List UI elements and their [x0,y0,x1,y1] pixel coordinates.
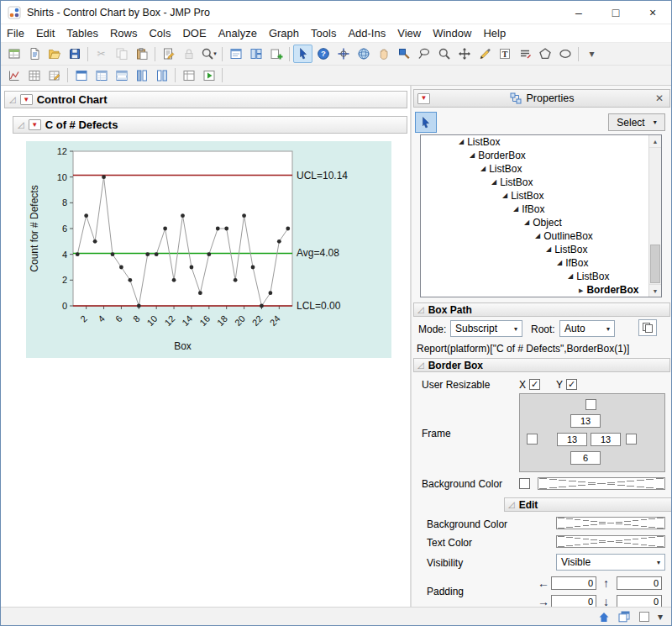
edit-header[interactable]: ◿ Edit [504,497,672,512]
padding-top-field[interactable]: 0 [617,576,662,590]
annotate-tool-button[interactable] [515,45,534,63]
tree-expanded-icon[interactable]: ◢ [535,233,540,239]
home-up-button[interactable] [597,610,611,623]
scroll-up-icon[interactable]: ▲ [649,135,661,148]
tree-expanded-icon[interactable]: ◢ [568,273,573,280]
new-window-button[interactable] [71,66,91,85]
box-path-header[interactable]: ◿ Box Path [413,302,670,317]
grid-button[interactable] [24,66,44,85]
tree-expanded-icon[interactable]: ◢ [470,152,475,159]
x-resizable-checkbox[interactable]: ✓ [529,379,540,390]
menu-file[interactable]: File [1,24,30,42]
caret-down-button[interactable]: ▾ [658,612,663,622]
background-color-none-button[interactable] [538,477,665,490]
tree-item-listbox[interactable]: ◢ListBox [421,135,661,149]
magnifier-tool-button[interactable] [434,45,454,63]
oval-tool-button[interactable] [555,45,575,63]
menu-help[interactable]: Help [477,24,512,42]
frame-left-field[interactable]: 13 [557,433,587,446]
edit-background-color-none-button[interactable] [556,517,665,529]
tree-item-listbox[interactable]: ◢ListBox [421,243,661,256]
polygon-tool-button[interactable] [535,45,554,63]
arrow-tool-button[interactable] [293,45,312,63]
tree-expanded-icon[interactable]: ◢ [513,206,518,213]
tree-item-outlinebox[interactable]: ◢OutlineBox [421,229,661,243]
save-button[interactable] [65,45,84,63]
new-data-table-button[interactable] [4,45,24,63]
frame-bottom-field[interactable]: 6 [570,451,601,465]
menu-addins[interactable]: Add-Ins [342,24,391,42]
red-triangle-menu-button[interactable]: ▼ [29,119,41,130]
text-color-none-button[interactable] [556,535,665,548]
frame-left-checkbox[interactable] [527,434,538,445]
minimize-button[interactable]: – [560,1,597,24]
close-icon[interactable]: ✕ [653,92,666,104]
journal-button[interactable] [179,66,198,85]
close-button[interactable]: × [634,1,671,24]
menu-tables[interactable]: Tables [60,24,104,42]
subset-button[interactable] [112,66,131,85]
tree-expanded-icon[interactable]: ◢ [459,139,464,145]
new-script-button[interactable] [24,45,44,63]
sort-columns-button[interactable] [132,66,151,85]
scrollbar-thumb[interactable] [650,245,660,283]
menu-analyze[interactable]: Analyze [213,24,263,42]
tree-expanded-icon[interactable]: ◢ [480,166,486,172]
search-button[interactable]: ▾ [199,45,218,63]
menu-rows[interactable]: Rows [104,24,144,42]
disclosure-open-icon[interactable]: ◿ [18,121,24,129]
disclosure-open-icon[interactable]: ◿ [508,501,515,509]
tree-expanded-icon[interactable]: ◢ [546,246,551,253]
tree-item-ifbox[interactable]: ◢IfBox [421,203,661,216]
disclosure-open-icon[interactable]: ◿ [9,96,16,104]
open-button[interactable] [45,45,64,63]
edit-cells-button[interactable] [45,66,64,85]
red-triangle-menu-button[interactable]: ▼ [20,94,33,105]
maximize-button[interactable]: □ [597,1,634,24]
tree-collapsed-icon[interactable]: ▶ [579,287,583,293]
tree-item-ifbox[interactable]: ◢IfBox [421,256,661,270]
tree-scrollbar[interactable]: ▲ ▼ [648,135,661,297]
frame-top-field[interactable]: 13 [570,414,601,428]
control-chart-plot[interactable]: 02468101224681012141618202224UCL=10.14Av… [26,141,391,358]
grabber-tool-button[interactable] [374,45,393,63]
edit-script-button[interactable] [159,45,178,63]
statusbar-checkbox-button[interactable] [638,610,651,623]
paste-button[interactable] [132,45,151,63]
y-resizable-checkbox[interactable]: ✓ [566,379,577,390]
layout-button[interactable] [246,45,265,63]
background-color-checkbox[interactable] [519,478,530,489]
overflow-button[interactable]: ▾ [582,45,601,63]
crosshair-tool-button[interactable] [333,45,353,63]
menu-edit[interactable]: Edit [30,24,60,42]
tree-item-listbox[interactable]: ◢ListBox [421,176,661,189]
scroller-tool-button[interactable] [454,45,474,63]
lasso-tool-button[interactable] [414,45,433,63]
root-dropdown[interactable]: Auto ▾ [559,320,615,337]
menu-tools[interactable]: Tools [305,24,342,42]
disclosure-open-icon[interactable]: ◿ [417,361,424,370]
tree-item-borderbox[interactable]: ▶BorderBox [421,283,661,297]
menu-view[interactable]: View [391,24,427,42]
tree-expanded-icon[interactable]: ◢ [557,260,562,266]
padding-left-field[interactable]: 0 [551,576,596,590]
menu-doe[interactable]: DOE [176,24,212,42]
brush-tool-button[interactable] [394,45,413,63]
help-tool-button[interactable]: ? [313,45,333,63]
copy-box-path-button[interactable] [638,319,657,336]
select-dropdown-button[interactable]: Select ▾ [608,113,665,131]
disclosure-open-icon[interactable]: ◿ [417,306,424,314]
columns-button[interactable] [152,66,171,85]
plot-button[interactable] [4,66,24,85]
mode-dropdown[interactable]: Subscript ▾ [450,320,522,337]
border-box-header[interactable]: ◿ Border Box [413,358,670,372]
visibility-dropdown[interactable]: Visible ▾ [556,554,665,571]
tree-expanded-icon[interactable]: ◢ [502,192,507,199]
red-triangle-menu-button[interactable]: ▼ [417,93,430,104]
menu-window[interactable]: Window [427,24,477,42]
cascade-button[interactable] [617,610,631,623]
run-script-button[interactable] [199,66,218,85]
tree-item-listbox[interactable]: ◢ListBox [421,189,661,203]
copy-report-button[interactable] [226,45,245,63]
add-to-journal-button[interactable] [266,45,286,63]
